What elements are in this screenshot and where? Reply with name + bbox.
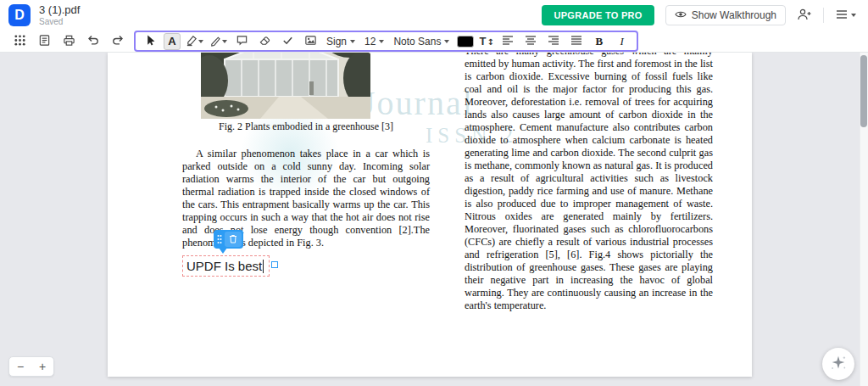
- delete-textbox-button[interactable]: [225, 232, 242, 247]
- eye-icon: [675, 9, 687, 21]
- vertical-scrollbar[interactable]: [860, 53, 868, 386]
- document-list-icon: [38, 34, 51, 49]
- handle-pointer: [219, 248, 227, 254]
- cursor-icon: [144, 34, 157, 49]
- edit-tools-group: A: [134, 31, 638, 52]
- highlighter-icon: [186, 34, 198, 49]
- right-column-paragraph[interactable]: There are many greenhouse gases which ar…: [465, 53, 713, 312]
- redo-button[interactable]: [108, 32, 127, 51]
- file-info: 3 (1).pdf Saved: [39, 4, 80, 26]
- invite-user-button[interactable]: [797, 5, 812, 25]
- align-right-icon: [548, 35, 559, 48]
- top-bar: D 3 (1).pdf Saved UPGRADE TO PRO Show Wa…: [0, 0, 868, 31]
- align-center-icon: [525, 35, 537, 48]
- text-tool-button[interactable]: A: [164, 33, 181, 50]
- file-name: 3 (1).pdf: [39, 4, 80, 16]
- person-add-icon: [797, 8, 812, 24]
- zoom-in-button[interactable]: +: [31, 357, 53, 376]
- text-color-button[interactable]: [456, 32, 475, 51]
- textbox-drag-handle[interactable]: [214, 230, 243, 249]
- pen-tool-button[interactable]: [209, 32, 228, 51]
- highlighter-tool-button[interactable]: [185, 32, 204, 51]
- ai-assistant-button[interactable]: [822, 348, 854, 380]
- upgrade-to-pro-button[interactable]: UPGRADE TO PRO: [542, 5, 654, 25]
- text-size-button[interactable]: T ↕: [479, 35, 493, 48]
- grip-dots-icon: [214, 234, 225, 244]
- image-icon: [304, 34, 317, 49]
- chevron-down-icon: [851, 14, 856, 17]
- checkmark-tool-button[interactable]: [278, 32, 297, 51]
- pen-icon: [209, 34, 222, 49]
- app-logo[interactable]: D: [8, 4, 31, 26]
- comment-tool-button[interactable]: [232, 32, 251, 51]
- ai-sparkle-icon: [829, 354, 848, 375]
- chevron-down-icon: [444, 40, 449, 43]
- save-status: Saved: [39, 18, 80, 27]
- watermark-text: Journal: [362, 83, 474, 123]
- text-cursor: [263, 260, 264, 273]
- eraser-tool-button[interactable]: [255, 32, 274, 51]
- undo-button[interactable]: [84, 32, 103, 51]
- page-panel-button[interactable]: [35, 32, 53, 51]
- hamburger-icon: [835, 8, 849, 23]
- align-left-icon: [502, 35, 514, 48]
- zoom-controls: − +: [8, 356, 54, 377]
- grid-icon: [14, 34, 26, 49]
- topbar-divider: [823, 8, 824, 23]
- greenhouse-figure-image[interactable]: [201, 53, 370, 119]
- align-justify-icon: [570, 35, 582, 48]
- align-justify-button[interactable]: [567, 32, 586, 51]
- chevron-down-icon: [222, 40, 227, 43]
- chevron-down-icon: [379, 40, 384, 43]
- select-tool-button[interactable]: [141, 32, 159, 51]
- font-family-value: Noto Sans: [393, 36, 441, 48]
- italic-button[interactable]: I: [613, 32, 632, 51]
- figure-caption[interactable]: Fig. 2 Plants embodied in a greenhouse […: [182, 120, 430, 133]
- printer-icon: [63, 34, 75, 49]
- sign-dropdown[interactable]: Sign: [324, 32, 358, 51]
- align-left-button[interactable]: [498, 32, 517, 51]
- pdf-page[interactable]: Journal ISSN 2: [108, 53, 752, 377]
- thumbnail-grid-button[interactable]: [10, 32, 29, 51]
- print-button[interactable]: [59, 32, 78, 51]
- color-swatch: [457, 36, 474, 48]
- textbox-resize-handle[interactable]: [271, 261, 278, 268]
- updown-arrow-icon: ↕: [487, 37, 493, 47]
- toolbar: A: [0, 31, 868, 53]
- zoom-out-button[interactable]: −: [9, 357, 31, 376]
- document-canvas: Journal ISSN 2: [0, 53, 868, 386]
- text-edit-value: UPDF Is best: [186, 259, 262, 273]
- chevron-down-icon: [350, 40, 355, 43]
- font-size-value: 12: [364, 36, 376, 48]
- chevron-down-icon: [198, 40, 203, 43]
- toolbar-left-group: [10, 32, 127, 51]
- show-walkthrough-button[interactable]: Show Walkthrough: [665, 5, 786, 25]
- checkmark-icon: [281, 34, 294, 49]
- text-size-icon-letter: T: [479, 35, 486, 48]
- align-right-button[interactable]: [544, 32, 563, 51]
- font-size-dropdown[interactable]: 12: [362, 32, 387, 51]
- font-family-dropdown[interactable]: Noto Sans: [391, 32, 452, 51]
- align-center-button[interactable]: [521, 32, 540, 51]
- undo-icon: [86, 33, 100, 49]
- topbar-actions: UPGRADE TO PRO Show Walkthrough: [542, 5, 856, 25]
- scrollbar-thumb[interactable]: [860, 55, 867, 127]
- image-tool-button[interactable]: [301, 32, 320, 51]
- trash-icon: [229, 233, 237, 246]
- redo-icon: [111, 33, 125, 49]
- text-edit-box[interactable]: UPDF Is best: [182, 255, 270, 277]
- show-walkthrough-label: Show Walkthrough: [692, 9, 776, 21]
- app-logo-letter: D: [14, 8, 25, 23]
- eraser-icon: [259, 34, 271, 49]
- bold-button[interactable]: B: [590, 32, 609, 51]
- sign-label: Sign: [326, 36, 347, 48]
- comment-icon: [236, 34, 248, 49]
- main-menu-button[interactable]: [835, 5, 856, 25]
